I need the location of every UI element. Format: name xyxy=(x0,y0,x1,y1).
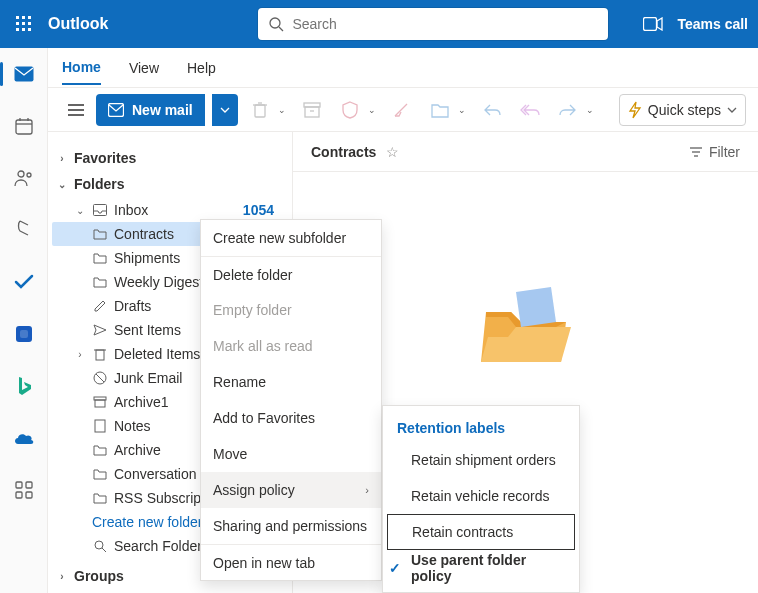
submenu-header: Retention labels xyxy=(383,412,579,442)
app-header: Outlook Teams call xyxy=(0,0,758,48)
new-mail-button[interactable]: New mail xyxy=(96,94,205,126)
policy-retain-shipment[interactable]: Retain shipment orders xyxy=(383,442,579,478)
rail-todo-icon[interactable] xyxy=(4,262,44,302)
svg-rect-28 xyxy=(109,103,124,116)
ctx-move[interactable]: Move xyxy=(201,436,381,472)
svg-rect-24 xyxy=(26,492,32,498)
assign-policy-submenu: Retention labels Retain shipment orders … xyxy=(382,405,580,593)
folder-context-menu: Create new subfolder Delete folder Empty… xyxy=(200,219,382,581)
svg-point-43 xyxy=(95,541,103,549)
delete-dropdown[interactable]: ⌄ xyxy=(278,105,286,115)
svg-rect-13 xyxy=(16,120,32,134)
chevron-right-icon: › xyxy=(365,484,369,496)
new-mail-dropdown[interactable] xyxy=(212,94,238,126)
new-mail-label: New mail xyxy=(132,102,193,118)
teams-call-link[interactable]: Teams call xyxy=(677,16,748,32)
nav-folders[interactable]: ⌄Folders xyxy=(52,172,284,196)
search-icon xyxy=(268,16,284,32)
folder-icon xyxy=(92,442,108,458)
svg-rect-2 xyxy=(28,16,31,19)
policy-retain-contracts[interactable]: Retain contracts xyxy=(387,514,575,550)
tab-home[interactable]: Home xyxy=(62,51,101,85)
svg-point-9 xyxy=(270,18,280,28)
svg-rect-3 xyxy=(16,22,19,25)
tab-help[interactable]: Help xyxy=(187,52,216,84)
chevron-down-icon xyxy=(727,107,737,113)
favorite-star-icon[interactable]: ☆ xyxy=(386,144,399,160)
junk-icon xyxy=(92,370,108,386)
svg-rect-33 xyxy=(305,107,319,117)
svg-rect-6 xyxy=(16,28,19,31)
move-dropdown[interactable]: ⌄ xyxy=(458,105,466,115)
report-dropdown[interactable]: ⌄ xyxy=(368,105,376,115)
svg-rect-35 xyxy=(94,205,107,216)
toolbar: New mail ⌄ ⌄ ⌄ ⌄ Quick steps xyxy=(0,88,758,132)
filter-button[interactable]: Filter xyxy=(689,144,740,160)
ctx-assign-policy[interactable]: Assign policy› xyxy=(201,472,381,508)
svg-rect-11 xyxy=(644,18,657,31)
ctx-add-favorites[interactable]: Add to Favorites xyxy=(201,400,381,436)
ctx-sharing[interactable]: Sharing and permissions xyxy=(201,508,381,544)
move-icon[interactable] xyxy=(424,94,456,126)
quick-steps-label: Quick steps xyxy=(648,102,721,118)
rail-more-apps-icon[interactable] xyxy=(4,470,44,510)
svg-point-18 xyxy=(27,173,31,177)
sweep-icon[interactable] xyxy=(386,94,418,126)
list-header: Contracts ☆ Filter xyxy=(293,132,758,172)
rail-word-icon[interactable] xyxy=(4,314,44,354)
sent-icon xyxy=(92,322,108,338)
search-box[interactable] xyxy=(258,8,608,40)
svg-line-10 xyxy=(279,27,283,31)
policy-retain-vehicle[interactable]: Retain vehicle records xyxy=(383,478,579,514)
folder-icon xyxy=(92,250,108,266)
filter-icon xyxy=(689,147,703,157)
folder-icon xyxy=(92,226,108,242)
forward-icon[interactable] xyxy=(552,94,584,126)
ribbon-tabs: Home View Help xyxy=(0,48,758,88)
search-input[interactable] xyxy=(292,16,598,32)
ctx-rename[interactable]: Rename xyxy=(201,364,381,400)
nav-favorites[interactable]: ›Favorites xyxy=(52,146,284,170)
filter-label: Filter xyxy=(709,144,740,160)
rail-people-icon[interactable] xyxy=(4,158,44,198)
svg-rect-20 xyxy=(20,330,28,338)
archive-icon xyxy=(92,394,108,410)
folder-icon xyxy=(92,490,108,506)
ctx-mark-all-read: Mark all as read xyxy=(201,328,381,364)
rail-mail-icon[interactable] xyxy=(4,54,44,94)
inbox-count: 1054 xyxy=(243,202,280,218)
svg-rect-5 xyxy=(28,22,31,25)
rail-files-icon[interactable] xyxy=(4,210,44,250)
trash-icon xyxy=(92,346,108,362)
forward-dropdown[interactable]: ⌄ xyxy=(586,105,594,115)
svg-rect-7 xyxy=(22,28,25,31)
reply-all-icon[interactable] xyxy=(514,94,546,126)
rail-calendar-icon[interactable] xyxy=(4,106,44,146)
drafts-icon xyxy=(92,298,108,314)
svg-rect-8 xyxy=(28,28,31,31)
policy-use-parent[interactable]: ✓Use parent folder policy xyxy=(383,550,579,586)
report-icon[interactable] xyxy=(334,94,366,126)
ctx-open-new-tab[interactable]: Open in new tab xyxy=(201,544,381,580)
svg-rect-42 xyxy=(95,420,105,432)
svg-rect-4 xyxy=(22,22,25,25)
check-icon: ✓ xyxy=(389,560,401,576)
hamburger-icon[interactable] xyxy=(62,96,90,124)
archive-icon[interactable] xyxy=(296,94,328,126)
video-icon[interactable] xyxy=(643,17,663,31)
quick-steps-button[interactable]: Quick steps xyxy=(619,94,746,126)
svg-rect-0 xyxy=(16,16,19,19)
tab-view[interactable]: View xyxy=(129,52,159,84)
svg-rect-36 xyxy=(96,350,104,360)
reply-icon[interactable] xyxy=(476,94,508,126)
svg-rect-1 xyxy=(22,16,25,19)
lightning-icon xyxy=(628,101,642,119)
app-launcher-icon[interactable] xyxy=(10,10,38,38)
list-title: Contracts xyxy=(311,144,376,160)
ctx-delete-folder[interactable]: Delete folder xyxy=(201,256,381,292)
notes-icon xyxy=(92,418,108,434)
rail-bing-icon[interactable] xyxy=(4,366,44,406)
ctx-create-subfolder[interactable]: Create new subfolder xyxy=(201,220,381,256)
rail-onedrive-icon[interactable] xyxy=(4,418,44,458)
delete-icon[interactable] xyxy=(244,94,276,126)
